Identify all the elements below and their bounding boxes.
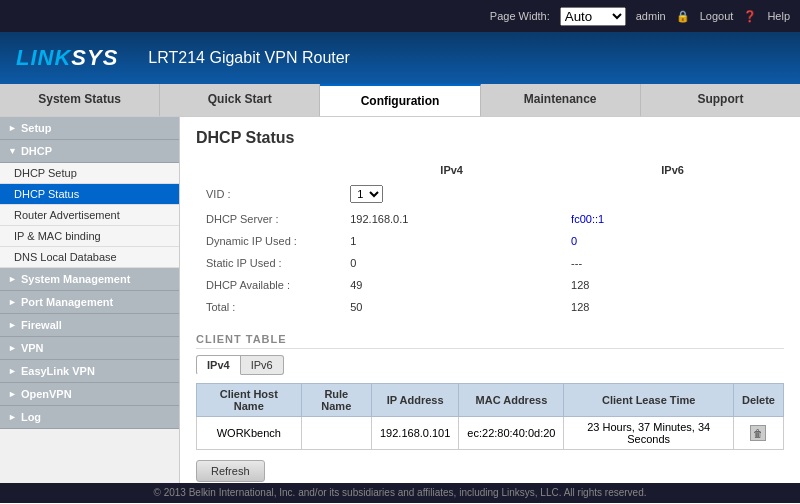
dhcp-available-ipv6: 128 — [563, 275, 782, 295]
page-title: DHCP Status — [196, 129, 784, 147]
cell-delete: 🗑 — [733, 417, 783, 450]
static-ip-ipv4: 0 — [342, 253, 561, 273]
dhcp-row-static: Static IP Used : 0 --- — [198, 253, 782, 273]
sidebar-section-setup[interactable]: ► Setup — [0, 117, 179, 140]
main-layout: ► Setup ▼ DHCP DHCP Setup DHCP Status Ro… — [0, 117, 800, 483]
sidebar-section-log[interactable]: ► Log — [0, 406, 179, 429]
sidebar-section-setup-label: Setup — [21, 122, 52, 134]
page-width-select[interactable]: Auto 800px 1024px — [560, 7, 626, 26]
ipv6-header: IPv6 — [563, 161, 782, 179]
sidebar-section-firewall-label: Firewall — [21, 319, 62, 331]
cell-lease-time: 23 Hours, 37 Minutes, 34 Seconds — [564, 417, 734, 450]
footer-text: © 2013 Belkin International, Inc. and/or… — [153, 487, 646, 498]
tab-maintenance[interactable]: Maintenance — [481, 84, 641, 116]
sidebar: ► Setup ▼ DHCP DHCP Setup DHCP Status Ro… — [0, 117, 180, 483]
tab-support[interactable]: Support — [641, 84, 800, 116]
vid-label: VID : — [198, 181, 340, 207]
delete-button[interactable]: 🗑 — [750, 425, 766, 441]
openvpn-arrow-icon: ► — [8, 389, 17, 399]
port-mgmt-arrow-icon: ► — [8, 297, 17, 307]
tab-configuration[interactable]: Configuration — [320, 84, 480, 116]
sidebar-section-vpn-label: VPN — [21, 342, 44, 354]
top-bar: Page Width: Auto 800px 1024px admin 🔒 Lo… — [0, 0, 800, 32]
dhcp-available-label: DHCP Available : — [198, 275, 340, 295]
col-rule-name: Rule Name — [301, 384, 371, 417]
cell-ip-address: 192.168.0.101 — [372, 417, 459, 450]
dhcp-row-dynamic: Dynamic IP Used : 1 0 — [198, 231, 782, 251]
log-arrow-icon: ► — [8, 412, 17, 422]
sidebar-section-firewall[interactable]: ► Firewall — [0, 314, 179, 337]
sidebar-item-dhcp-status[interactable]: DHCP Status — [0, 184, 179, 205]
ipv4-header: IPv4 — [342, 161, 561, 179]
dhcp-arrow-icon: ▼ — [8, 146, 17, 156]
sidebar-item-ip-mac-binding[interactable]: IP & MAC binding — [0, 226, 179, 247]
dhcp-status-table: IPv4 IPv6 VID : 1 2 DHCP Server : — [196, 159, 784, 319]
sidebar-section-system-management[interactable]: ► System Management — [0, 268, 179, 291]
ip-tab-ipv4[interactable]: IPv4 — [196, 355, 241, 375]
dhcp-available-ipv4: 49 — [342, 275, 561, 295]
refresh-button[interactable]: Refresh — [196, 460, 265, 482]
col-delete: Delete — [733, 384, 783, 417]
footer: © 2013 Belkin International, Inc. and/or… — [0, 483, 800, 503]
admin-user: admin — [636, 10, 666, 22]
sidebar-section-port-management-label: Port Management — [21, 296, 113, 308]
tab-system-status[interactable]: System Status — [0, 84, 160, 116]
client-data-table: Client Host Name Rule Name IP Address MA… — [196, 383, 784, 450]
help-link[interactable]: Help — [767, 10, 790, 22]
top-bar-controls: Page Width: Auto 800px 1024px admin 🔒 Lo… — [490, 7, 790, 26]
col-ip-address: IP Address — [372, 384, 459, 417]
sidebar-item-dns-local-database[interactable]: DNS Local Database — [0, 247, 179, 268]
sidebar-section-easylink-vpn-label: EasyLink VPN — [21, 365, 95, 377]
sidebar-section-port-management[interactable]: ► Port Management — [0, 291, 179, 314]
sidebar-item-dhcp-setup[interactable]: DHCP Setup — [0, 163, 179, 184]
sidebar-section-openvpn[interactable]: ► OpenVPN — [0, 383, 179, 406]
dhcp-server-ipv4: 192.168.0.1 — [342, 209, 561, 229]
vid-select[interactable]: 1 2 — [350, 185, 383, 203]
dhcp-row-server: DHCP Server : 192.168.0.1 fc00::1 — [198, 209, 782, 229]
cell-host-name: WORKbench — [197, 417, 302, 450]
sidebar-section-vpn[interactable]: ► VPN — [0, 337, 179, 360]
total-ipv4: 50 — [342, 297, 561, 317]
static-ip-label: Static IP Used : — [198, 253, 340, 273]
page-width-label: Page Width: — [490, 10, 550, 22]
dynamic-ip-label: Dynamic IP Used : — [198, 231, 340, 251]
sidebar-section-log-label: Log — [21, 411, 41, 423]
sidebar-section-system-management-label: System Management — [21, 273, 130, 285]
sys-mgmt-arrow-icon: ► — [8, 274, 17, 284]
table-row: WORKbench 192.168.0.101 ec:22:80:40:0d:2… — [197, 417, 784, 450]
help-icon: ❓ — [743, 10, 757, 23]
firewall-arrow-icon: ► — [8, 320, 17, 330]
header: LINKSYS LRT214 Gigabit VPN Router — [0, 32, 800, 84]
ip-tab-ipv6[interactable]: IPv6 — [241, 355, 284, 375]
dynamic-ip-ipv4: 1 — [342, 231, 561, 251]
sidebar-section-dhcp[interactable]: ▼ DHCP — [0, 140, 179, 163]
setup-arrow-icon: ► — [8, 123, 17, 133]
dhcp-row-available: DHCP Available : 49 128 — [198, 275, 782, 295]
cell-mac-address: ec:22:80:40:0d:20 — [459, 417, 564, 450]
dhcp-row-vid: VID : 1 2 — [198, 181, 782, 207]
logout-link[interactable]: Logout — [700, 10, 734, 22]
logo: LINKSYS — [16, 45, 118, 71]
easylink-arrow-icon: ► — [8, 366, 17, 376]
dynamic-ip-ipv6: 0 — [563, 231, 782, 251]
vid-value: 1 2 — [342, 181, 561, 207]
static-ip-ipv6: --- — [563, 253, 782, 273]
col-host-name: Client Host Name — [197, 384, 302, 417]
total-ipv6: 128 — [563, 297, 782, 317]
vpn-arrow-icon: ► — [8, 343, 17, 353]
logout-icon: 🔒 — [676, 10, 690, 23]
sidebar-item-router-advertisement[interactable]: Router Advertisement — [0, 205, 179, 226]
sidebar-section-easylink-vpn[interactable]: ► EasyLink VPN — [0, 360, 179, 383]
sidebar-section-openvpn-label: OpenVPN — [21, 388, 72, 400]
nav-tabs: System Status Quick Start Configuration … — [0, 84, 800, 117]
dhcp-row-total: Total : 50 128 — [198, 297, 782, 317]
total-label: Total : — [198, 297, 340, 317]
client-table-title: CLIENT TABLE — [196, 333, 784, 349]
ip-tabs: IPv4 IPv6 — [196, 355, 784, 375]
content-area: DHCP Status IPv4 IPv6 VID : 1 2 — [180, 117, 800, 483]
col-lease-time: Client Lease Time — [564, 384, 734, 417]
tab-quick-start[interactable]: Quick Start — [160, 84, 320, 116]
router-title: LRT214 Gigabit VPN Router — [148, 49, 350, 67]
cell-rule-name — [301, 417, 371, 450]
sidebar-section-dhcp-label: DHCP — [21, 145, 52, 157]
